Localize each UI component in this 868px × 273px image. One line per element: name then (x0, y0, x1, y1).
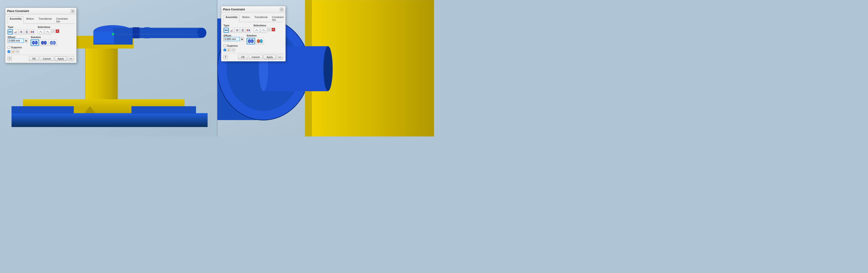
right-type-symmetry-btn[interactable] (246, 28, 251, 33)
right-dialog-titlebar: Place Constraint ✕ (221, 6, 285, 13)
svg-line-25 (14, 31, 17, 33)
right-tab-transitional[interactable]: Transitional (252, 15, 270, 22)
left-type-label: Type (8, 26, 35, 28)
svg-rect-18 (144, 27, 150, 38)
left-selections-icons: 1 2 □ ⊠ (38, 29, 59, 34)
svg-rect-38 (33, 42, 36, 44)
svg-text:1: 1 (257, 30, 258, 31)
svg-rect-23 (9, 31, 10, 33)
left-type-selections: Type (8, 26, 74, 36)
right-type-angle-btn[interactable] (229, 28, 234, 33)
svg-rect-7 (11, 113, 208, 127)
svg-rect-54 (225, 30, 226, 31)
svg-point-70 (257, 39, 260, 43)
left-solution-2-btn[interactable] (40, 39, 48, 46)
right-check1[interactable] (224, 49, 226, 51)
right-ok-btn[interactable]: OK (238, 55, 248, 59)
left-solution-3-btn[interactable] (49, 39, 57, 46)
right-sel-check[interactable]: □ (268, 28, 271, 31)
left-more-btn[interactable]: >> (68, 56, 74, 61)
left-dialog-title: Place Constraint (7, 9, 29, 13)
svg-rect-1 (85, 46, 118, 106)
left-suppress-checkbox[interactable] (8, 46, 10, 49)
right-type-insert-btn[interactable] (240, 28, 245, 33)
left-ok-btn[interactable]: OK (29, 56, 39, 61)
svg-rect-15 (113, 28, 201, 38)
right-solution-2-btn[interactable] (256, 38, 264, 44)
left-sel-check[interactable]: □ (52, 29, 55, 33)
right-type-tangent-btn[interactable] (235, 28, 240, 33)
right-type-label: Type (224, 24, 251, 27)
right-dialog-close[interactable]: ✕ (280, 8, 284, 11)
left-check1[interactable] (8, 50, 10, 53)
right-solution-1-btn[interactable] (247, 38, 255, 44)
svg-rect-33 (33, 31, 34, 33)
svg-rect-24 (10, 31, 11, 33)
left-offset-arrow[interactable]: ▶ (25, 38, 28, 43)
right-offset-solution: Offset: ▶ Solution (224, 34, 283, 44)
right-sel-extra[interactable]: ⊠ (272, 28, 275, 31)
left-dialog-titlebar: Place Constraint ✕ (5, 8, 76, 15)
right-suppress-row: Suppress (224, 44, 283, 47)
right-more-btn[interactable]: >> (277, 55, 283, 59)
left-tabs: Assembly Motion Transitional Constraint … (8, 17, 74, 24)
right-apply-btn[interactable]: Apply (264, 55, 276, 59)
left-extra-icon: ↩ (16, 50, 20, 53)
right-solution-label: Solution (247, 34, 264, 37)
svg-rect-64 (249, 29, 250, 31)
left-lock-icon: 🔒 (11, 50, 15, 53)
left-type-mate-btn[interactable] (8, 29, 13, 34)
left-dialog: Place Constraint ✕ Assembly Motion Trans… (5, 8, 76, 63)
left-btn-row: ? OK Cancel Apply >> (8, 55, 74, 61)
left-sel-1-btn[interactable]: 1 (38, 29, 44, 34)
left-tab-assembly[interactable]: Assembly (8, 17, 24, 24)
right-cancel-btn[interactable]: Cancel (249, 55, 262, 59)
left-solution-label: Solution (31, 36, 57, 38)
left-type-icons (8, 29, 35, 34)
right-suppress-label: Suppress (227, 44, 238, 47)
left-tab-motion[interactable]: Motion (24, 17, 36, 24)
svg-rect-9 (131, 106, 196, 114)
left-tab-transitional[interactable]: Transitional (36, 17, 54, 24)
left-offset-label: Offset: (8, 36, 28, 38)
right-offset-arrow[interactable]: ▶ (241, 37, 244, 41)
right-type-mate-btn[interactable] (224, 28, 229, 33)
svg-point-39 (41, 41, 44, 45)
svg-rect-19 (93, 32, 114, 44)
left-type-insert-btn[interactable] (24, 29, 29, 34)
right-selections-icons: 1 2 □ ⊠ (254, 28, 275, 33)
right-help-btn[interactable]: ? (224, 55, 228, 59)
left-offset-solution: Offset: ▶ Solution (8, 36, 74, 46)
right-suppress-checkbox[interactable] (224, 45, 226, 47)
left-tab-constraintset[interactable]: Constraint Set (54, 17, 74, 24)
left-panel: Place Constraint ✕ Assembly Motion Trans… (0, 0, 217, 136)
left-sel-extra[interactable]: ⊠ (56, 29, 59, 33)
left-type-symmetry-btn[interactable] (30, 29, 35, 34)
right-tab-motion[interactable]: Motion (240, 15, 252, 22)
right-sel-1-btn[interactable]: 1 (254, 28, 260, 33)
left-sel-2-btn[interactable]: 2 (44, 29, 51, 34)
left-offset-input[interactable] (8, 38, 24, 43)
left-dialog-close[interactable]: ✕ (71, 9, 74, 13)
left-suppress-row: Suppress (8, 46, 74, 49)
left-type-angle-btn[interactable] (13, 29, 18, 34)
right-tab-constraintset[interactable]: Constraint Set (270, 15, 286, 22)
svg-text:1: 1 (42, 32, 42, 33)
right-check-row: 🔒 ↩ (224, 48, 283, 52)
svg-rect-17 (133, 27, 140, 38)
svg-line-56 (230, 29, 233, 31)
right-tab-assembly[interactable]: Assembly (224, 15, 240, 22)
svg-point-52 (323, 46, 333, 91)
left-type-tangent-btn[interactable] (19, 29, 24, 34)
right-offset-input[interactable] (224, 37, 240, 41)
left-solution-1-btn[interactable] (31, 39, 39, 46)
right-selections-label: Selections (254, 24, 275, 27)
right-sel-2-btn[interactable]: 2 (260, 28, 267, 33)
svg-text:2: 2 (49, 32, 50, 33)
left-help-btn[interactable]: ? (8, 57, 12, 61)
right-extra-icon: ↩ (231, 48, 235, 52)
svg-point-16 (197, 28, 207, 38)
left-apply-btn[interactable]: Apply (55, 56, 67, 61)
left-cancel-btn[interactable]: Cancel (40, 56, 54, 61)
svg-point-40 (44, 41, 46, 45)
